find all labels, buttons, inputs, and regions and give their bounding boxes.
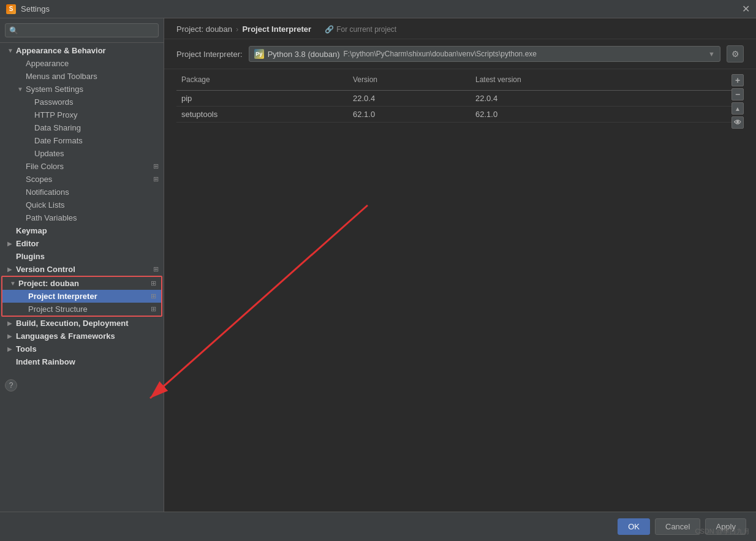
main-content: Project: douban › Project Interpreter 🔗 … (164, 18, 756, 541)
toggle-appearance-behavior: ▼ (7, 47, 13, 54)
for-current-project-label: For current project (336, 25, 396, 34)
dialog: 🔍 ▼ Appearance & Behavior Appearance Men… (0, 18, 756, 541)
window-title: Settings (21, 4, 50, 13)
sidebar-label-notifications: Notifications (26, 187, 159, 197)
for-current-project: 🔗 For current project (325, 25, 396, 34)
help-button[interactable]: ? (5, 379, 17, 392)
table-side-buttons: + − ▲ 👁 (731, 74, 744, 129)
sidebar-label-keymap: Keymap (16, 226, 159, 235)
sidebar-label-indent-rainbow: Indent Rainbow (16, 357, 159, 366)
table-header: Package Version Latest version (176, 69, 744, 91)
scroll-up-button[interactable]: ▲ (731, 102, 744, 115)
search-input-wrap[interactable]: 🔍 (5, 23, 159, 37)
sidebar-label-project-douban: Project: douban (18, 279, 148, 288)
cancel-button[interactable]: Cancel (655, 518, 700, 535)
sidebar-item-updates[interactable]: Updates (0, 147, 164, 160)
scopes-icon: ⊞ (153, 175, 159, 183)
sidebar-label-path-variables: Path Variables (26, 213, 159, 222)
sidebar-item-data-sharing[interactable]: Data Sharing (0, 121, 164, 134)
sidebar-item-file-colors[interactable]: File Colors ⊞ (0, 160, 164, 173)
project-douban-icon: ⊞ (151, 279, 156, 287)
row2-version: 62.1.0 (348, 107, 471, 122)
sidebar-item-notifications[interactable]: Notifications (0, 186, 164, 199)
toggle-system-settings: ▼ (17, 86, 23, 93)
sidebar-item-tools[interactable]: ▶ Tools (0, 342, 164, 355)
packages-area: Package Version Latest version pip 22.0.… (164, 69, 756, 512)
sidebar-label-appearance: Appearance (26, 59, 159, 68)
interpreter-bar: Project Interpreter: Py Python 3.8 (doub… (164, 39, 756, 69)
sidebar-label-appearance-behavior: Appearance & Behavior (16, 46, 159, 55)
toggle-languages-frameworks: ▶ (7, 333, 13, 339)
breadcrumb-bar: Project: douban › Project Interpreter 🔗 … (164, 18, 756, 39)
sidebar-item-passwords[interactable]: Passwords (0, 96, 164, 108)
eye-button[interactable]: 👁 (731, 116, 744, 129)
breadcrumb-current: Project Interpreter (242, 25, 311, 34)
table-row[interactable]: pip 22.0.4 22.0.4 (176, 91, 744, 107)
sidebar-item-project-interpreter[interactable]: Project Interpreter ⊞ (2, 290, 161, 303)
toggle-project-douban: ▼ (10, 280, 16, 287)
row2-package: setuptools (176, 107, 348, 122)
sidebar-item-appearance-behavior[interactable]: ▼ Appearance & Behavior (0, 44, 164, 57)
sidebar-item-languages-frameworks[interactable]: ▶ Languages & Frameworks (0, 330, 164, 342)
toggle-tools: ▶ (7, 346, 13, 352)
dropdown-arrow-icon: ▼ (708, 50, 715, 58)
col-package: Package (176, 73, 348, 86)
tree-section: ▼ Appearance & Behavior Appearance Menus… (0, 43, 164, 369)
sidebar-item-date-formats[interactable]: Date Formats (0, 134, 164, 147)
sidebar-item-editor[interactable]: ▶ Editor (0, 237, 164, 250)
sidebar-label-tools: Tools (16, 344, 159, 354)
sidebar-label-editor: Editor (16, 239, 159, 248)
project-douban-section: ▼ Project: douban ⊞ Project Interpreter … (1, 276, 162, 317)
row1-latest: 22.0.4 (471, 91, 744, 106)
row1-package: pip (176, 91, 348, 106)
sidebar-label-languages-frameworks: Languages & Frameworks (16, 331, 159, 341)
sidebar-label-scopes: Scopes (26, 175, 151, 184)
title-bar: S Settings ✕ (0, 0, 756, 18)
sidebar-item-indent-rainbow[interactable]: Indent Rainbow (0, 355, 164, 368)
sidebar-item-system-settings[interactable]: ▼ System Settings (0, 83, 164, 96)
col-version: Version (348, 73, 471, 86)
sidebar-label-quick-lists: Quick Lists (26, 200, 159, 210)
toggle-version-control: ▶ (7, 266, 13, 273)
row2-latest: 62.1.0 (471, 107, 744, 122)
sidebar-label-system-settings: System Settings (26, 85, 159, 94)
sidebar-label-project-interpreter: Project Interpreter (28, 292, 148, 301)
sidebar-item-path-variables[interactable]: Path Variables (0, 211, 164, 224)
sidebar-label-plugins: Plugins (16, 252, 159, 261)
interpreter-gear-button[interactable]: ⚙ (727, 45, 744, 62)
sidebar-item-plugins[interactable]: Plugins (0, 250, 164, 263)
interpreter-label: Project Interpreter: (176, 50, 243, 59)
interpreter-select[interactable]: Py Python 3.8 (douban) F:\python\PyCharm… (249, 46, 720, 62)
close-button[interactable]: ✕ (742, 4, 750, 14)
app-icon: S (6, 4, 16, 14)
sidebar-item-build-exec-deploy[interactable]: ▶ Build, Execution, Deployment (0, 317, 164, 330)
sidebar-item-project-douban[interactable]: ▼ Project: douban ⊞ (2, 277, 161, 290)
col-latest-version: Latest version (471, 73, 744, 86)
sidebar-item-keymap[interactable]: Keymap (0, 224, 164, 237)
sidebar-item-appearance[interactable]: Appearance (0, 57, 164, 70)
sidebar-label-file-colors: File Colors (26, 162, 151, 171)
ok-button[interactable]: OK (618, 518, 650, 535)
sidebar-item-scopes[interactable]: Scopes ⊞ (0, 173, 164, 186)
sidebar-item-version-control[interactable]: ▶ Version Control ⊞ (0, 263, 164, 276)
sidebar-item-http-proxy[interactable]: HTTP Proxy (0, 108, 164, 121)
sidebar-item-menus-toolbars[interactable]: Menus and Toolbars (0, 70, 164, 83)
project-structure-icon: ⊞ (151, 305, 156, 313)
link-icon: 🔗 (325, 25, 334, 34)
sidebar-label-updates: Updates (34, 149, 159, 158)
sidebar-bottom: ? (0, 374, 164, 396)
search-box: 🔍 (0, 18, 164, 43)
sidebar-item-project-structure[interactable]: Project Structure ⊞ (2, 303, 161, 316)
sidebar-label-version-control: Version Control (16, 265, 151, 274)
interpreter-name: Python 3.8 (douban) (268, 50, 340, 59)
sidebar-label-date-formats: Date Formats (34, 136, 159, 145)
interpreter-path: F:\python\PyCharm\shixun\douban\venv\Scr… (343, 50, 705, 58)
sidebar: 🔍 ▼ Appearance & Behavior Appearance Men… (0, 18, 164, 541)
search-input[interactable] (21, 26, 154, 35)
add-package-button[interactable]: + (731, 74, 744, 86)
sidebar-item-quick-lists[interactable]: Quick Lists (0, 199, 164, 211)
sidebar-label-passwords: Passwords (34, 97, 159, 107)
table-row[interactable]: setuptools 62.1.0 62.1.0 (176, 107, 744, 123)
toggle-editor: ▶ (7, 240, 13, 247)
remove-package-button[interactable]: − (731, 88, 744, 100)
